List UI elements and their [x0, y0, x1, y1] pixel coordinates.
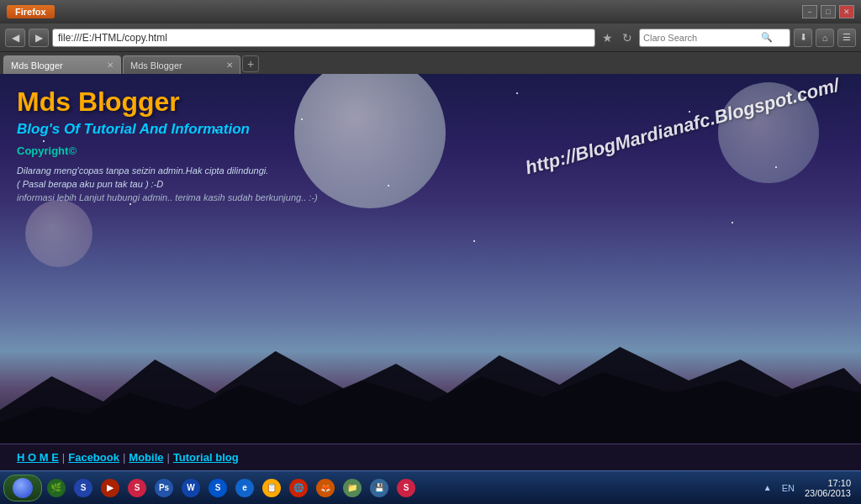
taskbar-right: ▲ EN 17:10 23/06/2013 [760, 478, 858, 498]
mountains-decoration [0, 343, 861, 444]
start-orb-icon [13, 478, 33, 498]
tabbar: Mds Blogger ✕ Mds Blogger ✕ + [0, 52, 861, 74]
back-button[interactable]: ◀ [5, 29, 25, 47]
taskbar-icon-1[interactable]: 🌿 [44, 475, 69, 501]
navbar: ◀ ▶ ★ ↻ 🔍 ⬇ ⌂ ☰ [0, 24, 861, 52]
tab-1-label: Mds Blogger [11, 60, 63, 71]
tab-2[interactable]: Mds Blogger ✕ [123, 55, 240, 74]
blog-subtitle: Blog's Of Tutorial And Information [17, 121, 844, 138]
search-input[interactable] [643, 33, 761, 43]
nav-link-tutorial[interactable]: Tutorial blog [173, 451, 239, 464]
blog-title: Mds Blogger [17, 87, 844, 118]
close-button[interactable]: ✕ [839, 5, 854, 18]
taskbar-icon-9[interactable]: 📋 [259, 475, 284, 501]
taskbar-icon-6[interactable]: W [178, 475, 203, 501]
firefox-button[interactable]: Firefox [7, 5, 55, 18]
refresh-button[interactable]: ↻ [619, 29, 636, 47]
start-button[interactable] [3, 475, 42, 501]
warning-text-1: Dilarang meng'copas tanpa seizin admin.H… [17, 165, 844, 176]
taskbar-icon-7[interactable]: S [205, 475, 230, 501]
bookmark-star-icon[interactable]: ★ [599, 29, 615, 47]
copyright-text: Copyright© [17, 144, 844, 157]
webpage: http://BlogMardianafc.Blogspot.com/ Mds … [0, 74, 861, 444]
taskbar-icon-12[interactable]: 📁 [340, 475, 365, 501]
taskbar-icon-2[interactable]: S [71, 475, 96, 501]
titlebar: Firefox − □ ✕ [0, 0, 861, 24]
taskbar-icon-14[interactable]: S [394, 475, 419, 501]
tab-1-close[interactable]: ✕ [107, 60, 114, 70]
taskbar-icon-13[interactable]: 💾 [367, 475, 392, 501]
forward-button[interactable]: ▶ [29, 29, 49, 47]
download-button[interactable]: ⬇ [794, 29, 812, 47]
tab-2-label: Mds Blogger [130, 60, 182, 71]
new-tab-button[interactable]: + [242, 55, 259, 72]
taskbar-icon-4[interactable]: S [124, 475, 150, 501]
warning-text-2: ( Pasal berapa aku pun tak tau ) :-D [17, 179, 844, 189]
language-indicator: EN [779, 483, 798, 493]
menu-button[interactable]: ☰ [837, 29, 856, 47]
search-bar-container: 🔍 [639, 29, 790, 47]
nav-link-home[interactable]: H O M E [17, 451, 59, 464]
content-area[interactable]: http://BlogMardianafc.Blogspot.com/ Mds … [0, 74, 861, 470]
taskbar: 🌿 S ▶ S Ps W S e 📋 🌐 🦊 📁 💾 S ▲ EN 1 [0, 470, 861, 504]
home-button[interactable]: ⌂ [816, 29, 834, 47]
taskbar-icon-8[interactable]: e [232, 475, 257, 501]
taskbar-icon-3[interactable]: ▶ [98, 475, 123, 501]
titlebar-left: Firefox [7, 5, 55, 18]
info-text: informasi lebih Lanjut hubungi admin.. t… [17, 192, 844, 202]
webpage-overlay: Mds Blogger Blog's Of Tutorial And Infor… [0, 74, 861, 228]
taskbar-icon-5[interactable]: Ps [151, 475, 177, 501]
nav-link-facebook[interactable]: Facebook [68, 451, 119, 464]
window-controls: − □ ✕ [802, 5, 854, 18]
minimize-button[interactable]: − [802, 5, 817, 18]
nav-link-mobile[interactable]: Mobile [129, 451, 163, 464]
taskbar-icon-10[interactable]: 🌐 [286, 475, 311, 501]
tab-2-close[interactable]: ✕ [226, 60, 233, 70]
clock-time: 17:10 [805, 478, 851, 488]
search-go-button[interactable]: 🔍 [761, 32, 773, 43]
arrow-up-icon[interactable]: ▲ [760, 480, 775, 496]
tab-1[interactable]: Mds Blogger ✕ [3, 55, 121, 74]
url-bar[interactable] [52, 29, 595, 47]
nav-links-bar: H O M E | Facebook | Mobile | Tutorial b… [0, 444, 861, 470]
clock-date: 23/06/2013 [805, 488, 851, 498]
clock: 17:10 23/06/2013 [801, 478, 854, 498]
taskbar-icon-11[interactable]: 🦊 [313, 475, 338, 501]
maximize-button[interactable]: □ [821, 5, 836, 18]
